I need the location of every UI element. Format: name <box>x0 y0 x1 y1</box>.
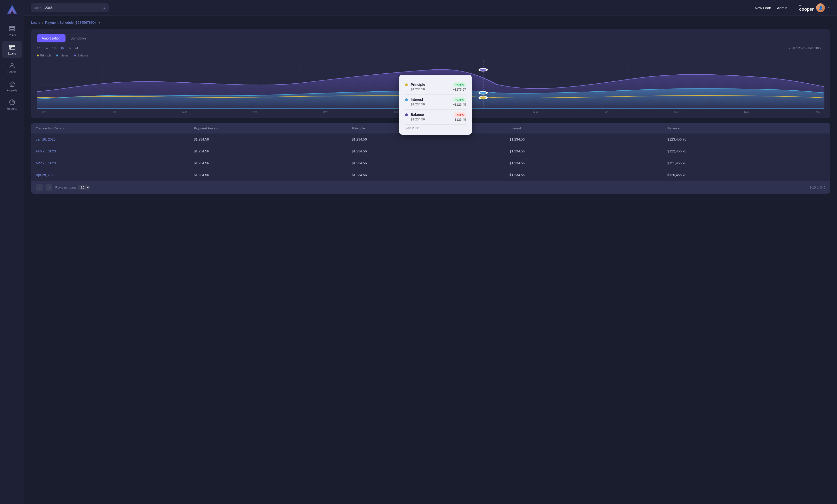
td-date-1[interactable]: Feb 28, 2023 <box>36 149 194 153</box>
prev-page-button[interactable]: ‹ <box>36 184 43 191</box>
legend-balance: Balance <box>74 54 88 57</box>
filter-1y[interactable]: 1y <box>60 46 64 50</box>
breadcrumb-dropdown-icon[interactable]: ▼ <box>98 21 101 24</box>
td-balance-2: $121,456.78 <box>667 161 825 165</box>
sidebar-item-loans[interactable]: Loans <box>2 41 22 58</box>
legend-dot-interest <box>56 55 58 56</box>
tooltip-change-principle: +$275.67 <box>453 88 466 91</box>
tooltip-dot-interest <box>405 98 408 101</box>
app-logo <box>5 4 19 16</box>
filter-1w[interactable]: 1w <box>44 46 48 50</box>
th-transaction-date[interactable]: Transaction Date <box>36 127 194 130</box>
legend-label-principle: Principle <box>40 54 51 57</box>
rows-per-page-label: Rows per page: <box>55 186 77 189</box>
breadcrumb-loans[interactable]: Loans <box>31 21 40 24</box>
property-icon <box>9 80 16 87</box>
td-interest-0: $1,234.56 <box>510 137 667 141</box>
brand-text: mr. cooper <box>799 4 814 12</box>
sidebar-item-tasks[interactable]: Tasks <box>2 23 22 39</box>
search-icon[interactable] <box>101 5 105 10</box>
tooltip-content-interest: Interest +1.5% $1,234.56 +$123.45 <box>411 97 466 106</box>
tab-burndown[interactable]: Burndown <box>66 34 91 42</box>
filter-all[interactable]: All <box>75 46 78 50</box>
sidebar-item-reports[interactable]: Reports <box>2 96 22 113</box>
chevron-down-icon[interactable] <box>827 6 830 9</box>
svg-point-6 <box>11 63 13 66</box>
td-balance-0: $123,456.78 <box>667 137 825 141</box>
tooltip-content-balance: Balance -4.5% $1,234.56 -$123.45 <box>411 112 466 122</box>
tooltip-badge-principle: +4.5% <box>453 82 466 87</box>
sidebar-item-people[interactable]: People <box>2 60 22 76</box>
svg-point-26 <box>479 68 487 71</box>
tooltip-date: June 2022 <box>405 127 466 130</box>
x-label-nov: Nov <box>744 111 749 113</box>
date-range-next[interactable]: › <box>823 46 824 50</box>
sort-icon[interactable] <box>62 127 65 130</box>
x-label-oct: Oct <box>674 111 678 113</box>
search-bar[interactable]: /loan <box>31 3 109 12</box>
rows-per-page-select[interactable]: 10 25 50 <box>78 185 90 190</box>
x-label-feb: Feb <box>112 111 117 113</box>
brand-name: cooper <box>799 7 814 12</box>
th-balance: Balance <box>667 127 825 130</box>
tooltip-label-interest: Interest <box>411 98 423 101</box>
td-principle-1: $1,234.56 <box>352 149 510 153</box>
admin-button[interactable]: Admin <box>777 6 787 10</box>
td-date-3[interactable]: Apr 28, 2023 <box>36 173 194 177</box>
tasks-icon <box>9 25 16 32</box>
svg-rect-5 <box>9 45 15 49</box>
x-label-mar: Mar <box>182 111 187 113</box>
next-page-button[interactable]: › <box>46 184 52 191</box>
td-principle-3: $1,234.56 <box>352 173 510 177</box>
tooltip-row-interest: Interest +1.5% $1,234.56 +$123.45 <box>405 94 466 110</box>
sidebar-item-property[interactable]: Property <box>2 78 22 94</box>
filter-3y[interactable]: 3y <box>68 46 71 50</box>
sidebar-item-property-label: Property <box>6 89 17 92</box>
th-interest: Interest <box>510 127 667 130</box>
search-input[interactable] <box>43 6 100 10</box>
tooltip-amount-interest: $1,234.56 <box>411 102 425 106</box>
table-footer: ‹ › Rows per page: 10 25 50 1-10 of 345 <box>31 181 830 193</box>
sidebar-item-tasks-label: Tasks <box>8 34 16 37</box>
tooltip-amount-balance: $1,234.56 <box>411 117 425 121</box>
tooltip-row-principle: Principle +4.5% $1,234.56 +$275.67 <box>405 79 466 94</box>
table-row: Mar 28, 2023 $1,234.56 $1,234.56 $1,234.… <box>31 157 830 169</box>
td-date-2[interactable]: Mar 28, 2023 <box>36 161 194 165</box>
breadcrumb-current[interactable]: Payment Schedule (1234567890) <box>45 21 96 24</box>
svg-rect-4 <box>10 30 15 31</box>
tooltip-row-balance: Balance -4.5% $1,234.56 -$123.45 <box>405 110 466 125</box>
brand-mr: mr. <box>799 4 814 7</box>
th-payment-amount: Payment Amount <box>194 127 352 130</box>
new-loan-button[interactable]: New Loan <box>755 6 771 10</box>
breadcrumb: Loans / Payment Schedule (1234567890) ▼ <box>31 21 830 24</box>
td-date-0[interactable]: Jan 28, 2023 <box>36 137 194 141</box>
sidebar: Tasks Loans People Prop <box>0 0 24 504</box>
sidebar-item-people-label: People <box>7 70 17 74</box>
header-divider <box>793 4 794 11</box>
user-avatar[interactable]: 👤 <box>816 3 825 12</box>
x-label-jan: Jan <box>42 111 46 113</box>
tooltip-amount-principle: $1,234.56 <box>411 88 425 91</box>
td-payment-1: $1,234.56 <box>194 149 352 153</box>
date-range: ‹ Jan 2022 - Dec 2022 › <box>789 46 824 50</box>
sidebar-item-reports-label: Reports <box>7 107 17 111</box>
svg-rect-3 <box>10 28 15 29</box>
loans-icon <box>9 44 16 50</box>
tooltip-change-interest: +$123.45 <box>453 103 466 106</box>
table-row: Feb 28, 2023 $1,234.56 $1,234.56 $1,234.… <box>31 145 830 157</box>
th-balance-label: Balance <box>667 127 680 130</box>
tooltip-badge-balance: -4.5% <box>453 112 466 117</box>
filter-1m[interactable]: 1m <box>52 46 56 50</box>
date-range-prev[interactable]: ‹ <box>789 46 790 50</box>
legend-label-balance: Balance <box>77 54 88 57</box>
legend-label-interest: Interest <box>60 54 69 57</box>
filter-1d[interactable]: 1d <box>37 46 40 50</box>
th-transaction-date-label: Transaction Date <box>36 127 61 130</box>
header-right: New Loan Admin mr. cooper 👤 <box>755 3 830 12</box>
people-icon <box>9 62 16 69</box>
svg-point-10 <box>102 6 104 8</box>
brand-logo: mr. cooper 👤 <box>799 3 830 12</box>
tooltip-dot-principle <box>405 83 408 86</box>
chart-tooltip: Principle +4.5% $1,234.56 +$275.67 <box>399 75 472 135</box>
tab-amortization[interactable]: Amortization <box>37 34 66 42</box>
